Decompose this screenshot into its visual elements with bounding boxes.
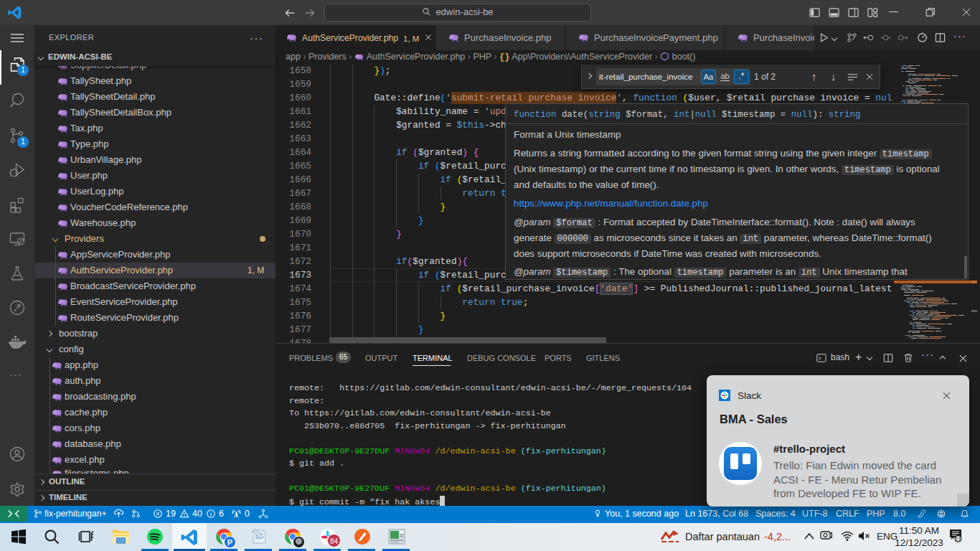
svg-text:21: 21 bbox=[955, 536, 961, 542]
